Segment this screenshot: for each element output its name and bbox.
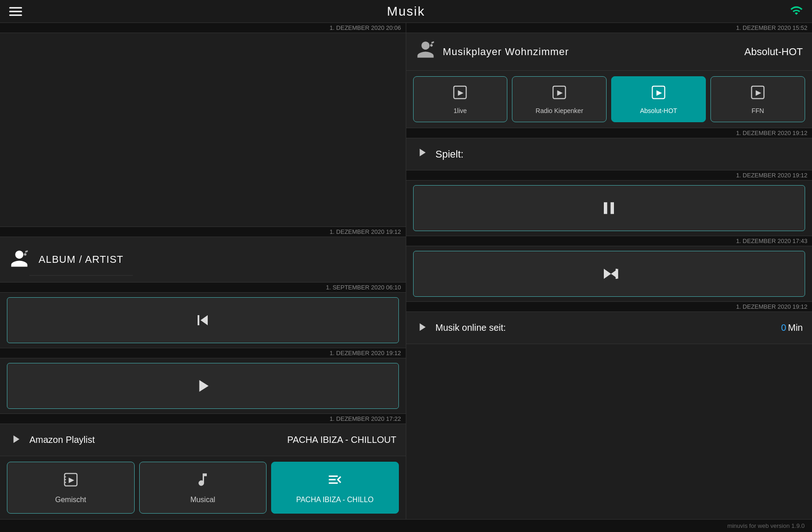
album-title: ALBUM / ARTIST <box>29 243 133 276</box>
main-grid: 1. DEZEMBER 2020 20:06 1. DEZEMBER 2020 … <box>0 23 812 519</box>
album-section: ALBUM / ARTIST <box>0 237 406 283</box>
playlist-btn-musical[interactable]: Musical <box>139 462 267 514</box>
spielt-play-icon <box>415 146 428 162</box>
kiepenker-label: Radio Kiepenker <box>536 107 584 114</box>
left-top-empty <box>0 33 406 227</box>
amazon-playlist-name: PACHA IBIZA - CHILLOUT <box>287 435 396 445</box>
timestamp-musik-online: 1. DEZEMBER 2020 19:12 <box>406 302 812 312</box>
musikplayer-icon <box>415 40 436 64</box>
musical-icon <box>194 471 211 492</box>
amazon-play-icon <box>9 433 22 447</box>
spielt-label: Spielt: <box>436 148 464 160</box>
ffn-label: FFN <box>751 107 764 114</box>
playlist-btn-pacha[interactable]: PACHA IBIZA - CHILLO <box>271 462 399 514</box>
playlist-btn-gemischt[interactable]: Gemischt <box>7 462 135 514</box>
timestamp-album: 1. DEZEMBER 2020 19:12 <box>0 227 406 237</box>
timestamp-pause: 1. DEZEMBER 2020 19:12 <box>406 170 812 181</box>
absolut-hot-icon <box>650 84 667 104</box>
timestamp-spielt: 1. DEZEMBER 2020 19:12 <box>406 128 812 138</box>
app-footer: minuvis for web version 1.9.0 <box>0 519 812 532</box>
1live-label: 1live <box>454 107 467 114</box>
prev-button[interactable] <box>7 297 399 343</box>
footer-text: minuvis for web version 1.9.0 <box>727 522 805 529</box>
svg-rect-7 <box>616 269 618 279</box>
radio-btn-ffn[interactable]: FFN <box>710 76 805 122</box>
timestamp-amazon: 1. DEZEMBER 2020 17:22 <box>0 414 406 424</box>
play-button[interactable] <box>7 363 399 409</box>
radio-btn-absolut-hot[interactable]: Absolut-HOT <box>611 76 706 122</box>
musik-online-row: Musik online seit: 0 Min <box>406 312 812 344</box>
radio-btn-kiepenker[interactable]: Radio Kiepenker <box>512 76 607 122</box>
1live-icon <box>452 84 468 104</box>
amazon-section: Amazon Playlist PACHA IBIZA - CHILLOUT <box>0 424 406 456</box>
musical-label: Musical <box>190 496 215 504</box>
left-column: 1. DEZEMBER 2020 20:06 1. DEZEMBER 2020 … <box>0 23 406 519</box>
next-button-row <box>406 246 812 302</box>
next-button[interactable] <box>413 251 806 297</box>
radio-btn-1live[interactable]: 1live <box>413 76 508 122</box>
gemischt-label: Gemischt <box>55 496 86 504</box>
musik-online-label: Musik online seit: <box>436 323 506 333</box>
spielt-row: Spielt: <box>406 138 812 170</box>
absolut-hot-label: Absolut-HOT <box>640 107 677 114</box>
svg-point-2 <box>430 44 433 47</box>
kiepenker-icon <box>551 84 568 104</box>
svg-point-0 <box>24 253 27 256</box>
current-station-label: Absolut-HOT <box>744 46 803 58</box>
pacha-label: PACHA IBIZA - CHILLO <box>296 496 374 504</box>
timestamp-top-right: 1. DEZEMBER 2020 15:52 <box>406 23 812 33</box>
gemischt-icon <box>62 471 79 492</box>
playlist-grid: Gemischt Musical PACHA IBIZA - CHILL <box>0 456 406 519</box>
menu-icon[interactable] <box>9 5 22 18</box>
app-header: Musik <box>0 0 812 23</box>
play-button-row <box>0 358 406 414</box>
pause-button[interactable] <box>413 185 806 231</box>
right-bottom-empty <box>406 344 812 519</box>
pause-button-row <box>406 181 812 236</box>
timestamp-next: 1. DEZEMBER 2020 17:43 <box>406 236 812 246</box>
musik-online-unit: Min <box>788 323 803 333</box>
right-column: 1. DEZEMBER 2020 15:52 Musikplayer Wohnz… <box>406 23 812 519</box>
prev-button-row <box>0 293 406 348</box>
ffn-icon <box>750 84 766 104</box>
wifi-icon <box>790 4 803 19</box>
timestamp-top-left: 1. DEZEMBER 2020 20:06 <box>0 23 406 33</box>
timestamp-controls1: 1. SEPTEMBER 2020 06:10 <box>0 283 406 293</box>
musikplayer-name: Musikplayer Wohnzimmer <box>443 46 569 58</box>
amazon-playlist-label: Amazon Playlist <box>29 435 95 445</box>
musikplayer-header: Musikplayer Wohnzimmer Absolut-HOT <box>406 33 812 71</box>
pacha-icon <box>327 471 343 492</box>
musik-online-value: 0 <box>781 323 786 333</box>
musik-online-play-icon <box>415 321 428 335</box>
radio-grid: 1live Radio Kiepenker <box>406 71 812 128</box>
album-person-icon <box>9 249 29 271</box>
app-title: Musik <box>387 4 425 19</box>
timestamp-controls2: 1. DEZEMBER 2020 19:12 <box>0 348 406 358</box>
